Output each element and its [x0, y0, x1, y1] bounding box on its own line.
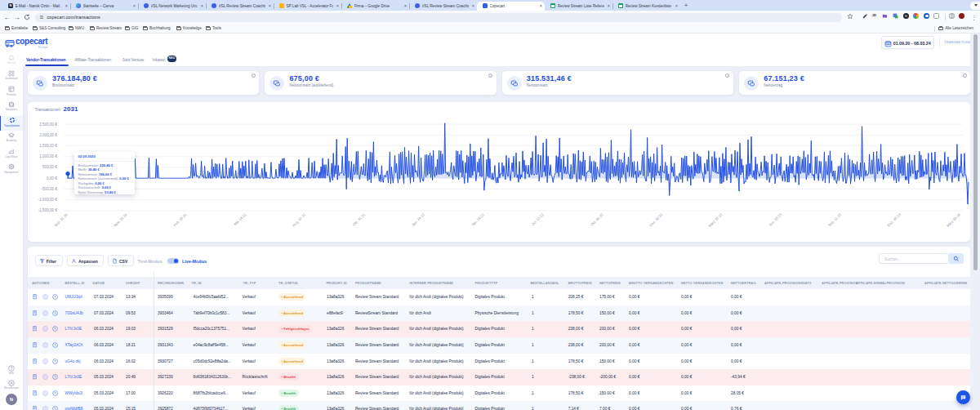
svg-text:Sep. 01 20: Sep. 01 20 — [53, 212, 69, 228]
svg-text:Jul. 13 22: Jul. 13 22 — [531, 212, 545, 226]
svg-text:Jan. 24 22: Jan. 24 22 — [411, 212, 425, 227]
svg-text:Sep. 11 23: Sep. 11 23 — [827, 212, 842, 227]
svg-text:Mai 14 21: Mai 14 21 — [233, 212, 247, 226]
svg-text:Apr. 19 22: Apr. 19 22 — [470, 212, 485, 227]
svg-text:Dez. 30 22: Dez. 30 22 — [648, 212, 664, 228]
svg-text:Feb. 18 21: Feb. 18 21 — [172, 212, 187, 227]
svg-text:Dez. 05 23: Dez. 05 23 — [887, 212, 902, 228]
svg-text:Nov. 20 20: Nov. 20 20 — [114, 212, 128, 227]
svg-text:Jun. 18 23: Jun. 18 23 — [768, 212, 782, 227]
svg-text:März 25 23: März 25 23 — [708, 212, 724, 228]
svg-text:Aug. 07 21: Aug. 07 21 — [292, 212, 307, 228]
svg-text:Okt. 06 22: Okt. 06 22 — [590, 212, 604, 227]
svg-text:Okt. 31 21: Okt. 31 21 — [352, 212, 367, 227]
svg-text:März 08 24: März 08 24 — [946, 212, 961, 228]
